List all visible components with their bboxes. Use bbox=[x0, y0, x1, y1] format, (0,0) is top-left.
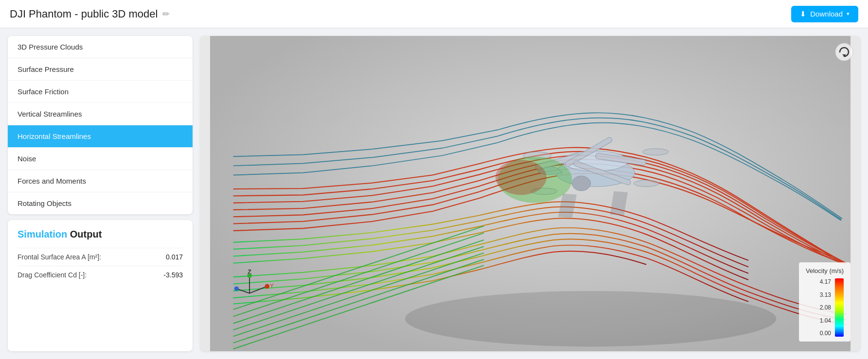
sim-row-frontal-area: Frontal Surface Area A [m²]: 0.017 bbox=[18, 248, 183, 266]
drag-coefficient-label: Drag Coefficient Cd [-]: bbox=[18, 271, 163, 279]
output-label: Output bbox=[70, 229, 102, 239]
viz-canvas: Z Y Velocity (m/s) bbox=[200, 36, 860, 351]
legend-bar-container: 4.17 3.13 2.08 1.04 0.00 bbox=[820, 278, 844, 337]
legend-labels: 4.17 3.13 2.08 1.04 0.00 bbox=[820, 278, 831, 337]
svg-point-21 bbox=[496, 160, 547, 195]
sidebar-item-forces-and-moments[interactable]: Forces and Moments bbox=[8, 170, 193, 192]
legend-label-3: 3.13 bbox=[820, 291, 831, 298]
svg-point-26 bbox=[265, 284, 270, 289]
sidebar-item-vertical-streamlines[interactable]: Vertical Streamlines bbox=[8, 103, 193, 125]
svg-point-19 bbox=[572, 176, 590, 191]
sim-label: Simulation bbox=[18, 229, 67, 239]
svg-point-18 bbox=[634, 180, 659, 187]
nav-card: 3D Pressure Clouds Surface Pressure Surf… bbox=[8, 36, 193, 214]
legend-label-1: 1.04 bbox=[820, 317, 831, 324]
sidebar: 3D Pressure Clouds Surface Pressure Surf… bbox=[8, 36, 193, 351]
sim-output-title: Simulation Output bbox=[18, 229, 183, 240]
legend-label-max: 4.17 bbox=[820, 278, 831, 285]
download-button[interactable]: ⬇ Download ▾ bbox=[791, 6, 858, 22]
sidebar-item-rotating-objects[interactable]: Rotating Objects bbox=[8, 192, 193, 214]
sidebar-item-surface-pressure[interactable]: Surface Pressure bbox=[8, 58, 193, 81]
page-title: DJI Phantom - public 3D model ✏ bbox=[10, 8, 170, 20]
legend-label-2: 2.08 bbox=[820, 304, 831, 311]
svg-point-27 bbox=[247, 274, 252, 278]
svg-point-28 bbox=[234, 286, 239, 291]
svg-point-16 bbox=[642, 149, 668, 155]
legend-label-min: 0.00 bbox=[820, 330, 831, 337]
sidebar-item-surface-friction[interactable]: Surface Friction bbox=[8, 81, 193, 103]
title-text: DJI Phantom - public 3D model bbox=[10, 8, 158, 20]
sidebar-item-noise[interactable]: Noise bbox=[8, 148, 193, 170]
svg-point-1 bbox=[405, 291, 777, 347]
sim-row-drag-coefficient: Drag Coefficient Cd [-]: -3.593 bbox=[18, 266, 183, 284]
chevron-down-icon: ▾ bbox=[847, 11, 850, 17]
main-layout: 3D Pressure Clouds Surface Pressure Surf… bbox=[0, 28, 868, 359]
svg-point-30 bbox=[835, 43, 853, 61]
download-label: Download bbox=[810, 10, 843, 18]
rotate-view-button[interactable] bbox=[835, 43, 853, 61]
frontal-area-value: 0.017 bbox=[166, 253, 183, 261]
frontal-area-label: Frontal Surface Area A [m²]: bbox=[18, 253, 166, 261]
color-legend: Velocity (m/s) 4.17 3.13 2.08 1.04 0.00 bbox=[799, 262, 850, 342]
app-header: DJI Phantom - public 3D model ✏ ⬇ Downlo… bbox=[0, 0, 868, 28]
sidebar-item-horizontal-streamlines[interactable]: Horizontal Streamlines bbox=[8, 125, 193, 148]
svg-text:Y: Y bbox=[270, 283, 274, 289]
legend-gradient-bar bbox=[835, 278, 844, 337]
edit-icon[interactable]: ✏ bbox=[162, 9, 170, 19]
visualization-area[interactable]: Z Y Velocity (m/s) bbox=[200, 36, 860, 351]
drag-coefficient-value: -3.593 bbox=[163, 271, 183, 279]
sidebar-item-3d-pressure-clouds[interactable]: 3D Pressure Clouds bbox=[8, 36, 193, 58]
simulation-output-card: Simulation Output Frontal Surface Area A… bbox=[8, 220, 193, 351]
streamlines-visualization: Z Y bbox=[200, 36, 860, 351]
legend-title: Velocity (m/s) bbox=[806, 267, 844, 274]
download-cloud-icon: ⬇ bbox=[800, 10, 806, 18]
